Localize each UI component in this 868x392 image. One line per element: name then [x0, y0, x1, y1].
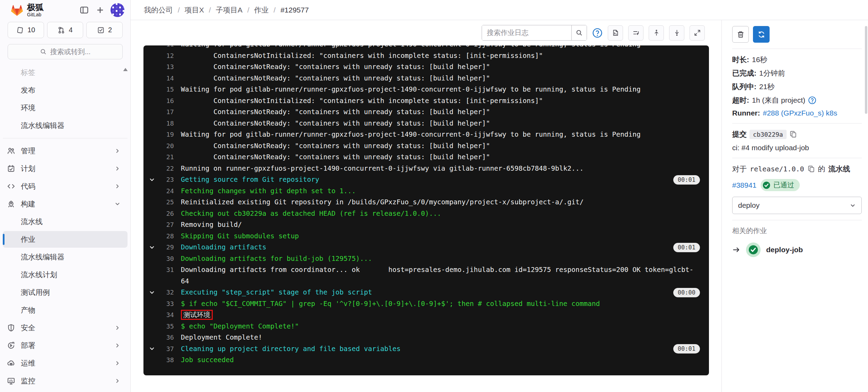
sidebar-item-label: 安全 [21, 323, 35, 333]
log-line-number[interactable]: 28 [158, 231, 174, 242]
sidebar-count-merge-request[interactable]: 4 [47, 22, 84, 38]
sidebar-item-代码[interactable]: 代码 [3, 178, 128, 195]
help-icon[interactable] [592, 28, 603, 38]
create-new-icon[interactable] [95, 5, 106, 16]
scroll-top-button[interactable] [649, 25, 664, 41]
sidebar-item-构建[interactable]: 构建 [3, 196, 128, 212]
sidebar-toggle-icon[interactable] [79, 5, 90, 16]
log-line: 18 ContainersNotReady: "containers with … [143, 118, 709, 129]
log-line-number[interactable]: 27 [158, 219, 174, 231]
log-line-number[interactable]: 14 [158, 73, 174, 84]
log-line-number[interactable]: 35 [158, 321, 174, 332]
log-line-text: ContainersNotReady: "containers with unr… [181, 140, 490, 152]
pipeline-status-badge[interactable]: 已通过 [761, 179, 800, 191]
log-line-number[interactable]: 33 [158, 298, 174, 310]
log-line-number[interactable]: 38 [158, 355, 174, 366]
sidebar-item-作业[interactable]: 作业 [3, 231, 128, 248]
log-line-number[interactable]: 18 [158, 118, 174, 129]
sidebar-scroll-up-indicator[interactable] [122, 66, 129, 72]
copy-commit-sha-icon[interactable] [789, 130, 797, 138]
user-avatar[interactable] [111, 3, 124, 17]
show-raw-button[interactable] [628, 25, 643, 41]
log-line-number[interactable]: 11 [158, 45, 174, 50]
sidebar-item-label: 流水线计划 [21, 270, 57, 280]
raw-log-button[interactable] [608, 25, 623, 41]
stage-dropdown[interactable]: deploy [732, 197, 862, 214]
log-line-number[interactable]: 22 [158, 163, 174, 174]
sidebar-item-流水线编辑器[interactable]: 流水线编辑器 [3, 117, 128, 134]
sidebar-item-label: 部署 [21, 341, 35, 350]
log-line-text: Checking out cb30229a as detached HEAD (… [181, 208, 441, 220]
sidebar-count-issues[interactable]: 10 [8, 22, 44, 38]
related-job-row[interactable]: deploy-job [732, 242, 862, 257]
commit-sha[interactable]: cb30229a [749, 130, 787, 139]
log-line-text: Reinitialized existing Git repository in… [181, 197, 584, 208]
log-line-number[interactable]: 26 [158, 208, 174, 220]
sidebar-search[interactable]: 搜索或转到... [8, 44, 123, 59]
sidebar-item-运维[interactable]: 运维 [3, 355, 128, 372]
log-line-number[interactable]: 32 [158, 287, 174, 298]
pipeline-ref[interactable]: release/1.0.0 [750, 165, 804, 173]
job-detail-label: 时长: [732, 55, 749, 65]
fullscreen-button[interactable] [690, 25, 705, 41]
sidebar-item-发布[interactable]: 发布 [3, 82, 128, 99]
breadcrumb-item[interactable]: 子项目A [216, 5, 243, 15]
sidebar-item-安全[interactable]: 安全 [3, 319, 128, 336]
log-line-number[interactable]: 17 [158, 106, 174, 118]
divider [732, 158, 862, 158]
log-line-number[interactable]: 25 [158, 197, 174, 208]
log-line-number[interactable]: 15 [158, 84, 174, 95]
page-scrollbar[interactable] [865, 26, 867, 114]
log-search-button[interactable] [571, 25, 587, 40]
sidebar-item-部署[interactable]: 部署 [3, 337, 128, 354]
sidebar-item-环境[interactable]: 环境 [3, 100, 128, 116]
log-line-text: Deployment Complete! [181, 332, 262, 343]
sidebar-item-流水线编辑器[interactable]: 流水线编辑器 [3, 249, 128, 265]
scroll-bottom-button[interactable] [669, 25, 684, 41]
breadcrumb-item[interactable]: 项目X [185, 5, 204, 15]
retry-job-button[interactable] [753, 26, 770, 43]
help-icon[interactable] [808, 96, 816, 104]
log-line-number[interactable]: 29 [158, 242, 174, 253]
section-chevron-icon[interactable] [149, 245, 158, 250]
sidebar-item-管理[interactable]: 管理 [3, 143, 128, 159]
sidebar-item-产物[interactable]: 产物 [3, 302, 128, 318]
log-line-number[interactable]: 36 [158, 332, 174, 343]
section-chevron-icon[interactable] [149, 346, 158, 352]
log-line-number[interactable]: 34 [158, 309, 174, 321]
log-line-number[interactable]: 20 [158, 140, 174, 152]
sidebar-item-流水线[interactable]: 流水线 [3, 213, 128, 230]
section-chevron-icon[interactable] [149, 290, 158, 296]
log-line-number[interactable]: 37 [158, 343, 174, 355]
brand-logo[interactable]: 极狐 GitLab [10, 3, 44, 17]
log-line-number[interactable]: 12 [158, 50, 174, 62]
sidebar-item-监控[interactable]: 监控 [3, 373, 128, 389]
log-line-number[interactable]: 21 [158, 152, 174, 163]
log-line-number[interactable]: 24 [158, 186, 174, 197]
log-line-number[interactable]: 13 [158, 61, 174, 73]
sidebar-item-计划[interactable]: 计划 [3, 160, 128, 177]
breadcrumb-item[interactable]: 作业 [254, 5, 269, 15]
log-line: 35$ echo "Deployment Complete!" [143, 321, 709, 332]
job-detail-value[interactable]: #288 (GPxzFuo_s) k8s [763, 109, 838, 117]
sidebar-search-placeholder: 搜索或转到... [50, 47, 91, 57]
copy-ref-icon[interactable] [807, 165, 815, 173]
log-line-number[interactable]: 16 [158, 95, 174, 107]
log-line-number[interactable]: 31 [158, 264, 174, 276]
log-line-number[interactable]: 30 [158, 253, 174, 265]
pipeline-id-link[interactable]: #38941 [732, 181, 756, 189]
log-line-text: Getting source from Git repository [181, 174, 319, 186]
log-line-number[interactable]: 19 [158, 129, 174, 140]
section-chevron-icon[interactable] [149, 177, 158, 183]
erase-job-log-button[interactable] [732, 26, 749, 43]
sidebar-item-标签[interactable]: 标签 [3, 64, 128, 81]
breadcrumb-item[interactable]: 我的公司 [144, 5, 173, 15]
log-search-input[interactable] [482, 25, 571, 40]
log-line-number[interactable]: 23 [158, 174, 174, 186]
sidebar-item-测试用例[interactable]: 测试用例 [3, 284, 128, 301]
breadcrumb-item[interactable]: #129577 [280, 6, 309, 14]
sidebar-count-todo[interactable]: 2 [86, 22, 123, 38]
brand-name: 极狐 [27, 3, 44, 11]
sidebar-item-流水线计划[interactable]: 流水线计划 [3, 266, 128, 283]
job-detail-row: 超时:1h (来自 project) [732, 95, 862, 105]
